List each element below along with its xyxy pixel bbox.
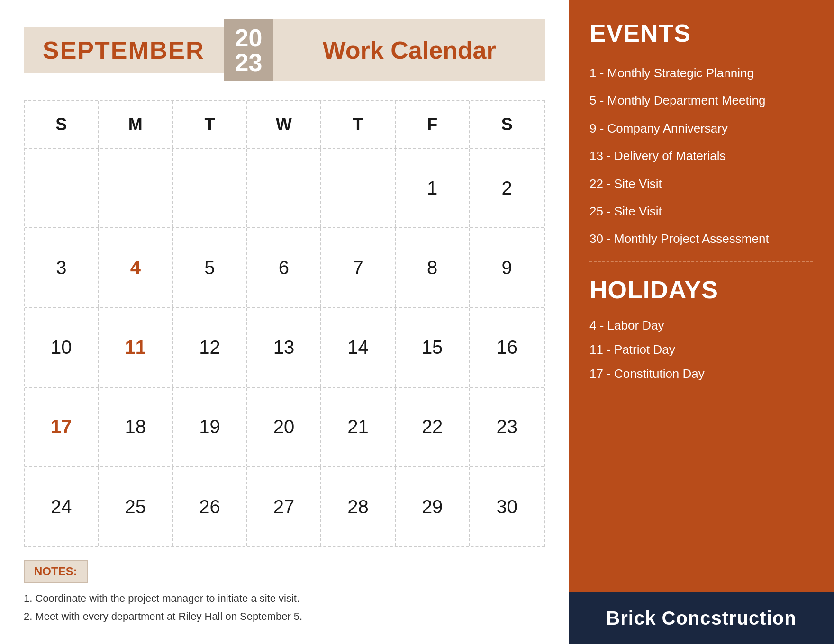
calendar-title: Work Calendar: [273, 19, 545, 81]
calendar-cell-5-1: 24: [25, 467, 99, 546]
footer: Brick Concstruction: [569, 592, 834, 644]
day-header-sun: S: [25, 101, 99, 148]
event-item-7: 30 - Monthly Project Assessment: [589, 230, 813, 247]
holidays-list: 4 - Labor Day11 - Patriot Day17 - Consti…: [589, 318, 813, 381]
calendar-cell-3-7: 16: [470, 308, 544, 387]
calendar-week-1: 12: [25, 149, 544, 228]
calendar-cell-4-3: 19: [173, 388, 247, 466]
left-panel: SEPTEMBER 2023 Work Calendar S M T W T F…: [0, 0, 569, 644]
calendar-cell-1-5: [321, 149, 396, 227]
calendar-cell-1-3: [173, 149, 247, 227]
day-header-mon: M: [99, 101, 173, 148]
calendar-cell-5-2: 25: [99, 467, 173, 546]
day-header-thu: T: [321, 101, 396, 148]
calendar-cell-4-6: 22: [396, 388, 470, 466]
calendar-cell-2-2: 4: [99, 228, 173, 307]
events-list: 1 - Monthly Strategic Planning5 - Monthl…: [589, 64, 813, 248]
calendar-cell-3-3: 12: [173, 308, 247, 387]
event-item-2: 5 - Monthly Department Meeting: [589, 92, 813, 109]
calendar-cell-4-2: 18: [99, 388, 173, 466]
event-item-5: 22 - Site Visit: [589, 175, 813, 192]
events-section: EVENTS 1 - Monthly Strategic Planning5 -…: [569, 0, 834, 592]
calendar-cell-5-4: 27: [247, 467, 322, 546]
calendar-cell-3-1: 10: [25, 308, 99, 387]
calendar-cell-4-5: 21: [321, 388, 396, 466]
calendar-cell-5-6: 29: [396, 467, 470, 546]
calendar-cell-5-3: 26: [173, 467, 247, 546]
calendar-cell-5-7: 30: [470, 467, 544, 546]
event-item-4: 13 - Delivery of Materials: [589, 147, 813, 164]
calendar-header: SEPTEMBER 2023 Work Calendar: [24, 19, 545, 81]
calendar-cell-1-1: [25, 149, 99, 227]
calendar-cell-4-7: 23: [470, 388, 544, 466]
calendar-body: 1234567891011121314151617181920212223242…: [25, 149, 544, 546]
calendar-grid: S M T W T F S 12345678910111213141516171…: [24, 100, 545, 547]
calendar-cell-1-4: [247, 149, 322, 227]
calendar-cell-3-2: 11: [99, 308, 173, 387]
day-header-sat: S: [470, 101, 544, 148]
calendar-cell-4-1: 17: [25, 388, 99, 466]
calendar-cell-2-6: 8: [396, 228, 470, 307]
notes-content: 1. Coordinate with the project manager t…: [24, 590, 545, 625]
calendar-cell-2-7: 9: [470, 228, 544, 307]
holiday-item-3: 17 - Constitution Day: [589, 367, 813, 381]
calendar-cell-4-4: 20: [247, 388, 322, 466]
note-item-1: 1. Coordinate with the project manager t…: [24, 590, 545, 607]
calendar-cell-2-1: 3: [25, 228, 99, 307]
year-box: 2023: [224, 19, 274, 81]
calendar-cell-1-2: [99, 149, 173, 227]
month-label: SEPTEMBER: [24, 27, 224, 73]
calendar-week-4: 17181920212223: [25, 388, 544, 467]
title-text: Work Calendar: [323, 36, 496, 64]
event-item-1: 1 - Monthly Strategic Planning: [589, 64, 813, 81]
calendar-week-5: 24252627282930: [25, 467, 544, 546]
calendar-week-3: 10111213141516: [25, 308, 544, 388]
holidays-title: HOLIDAYS: [589, 276, 813, 304]
holiday-item-2: 11 - Patriot Day: [589, 342, 813, 357]
calendar-cell-1-6: 1: [396, 149, 470, 227]
calendar-day-headers: S M T W T F S: [25, 101, 544, 149]
calendar-week-2: 3456789: [25, 228, 544, 308]
notes-label-text: NOTES:: [34, 565, 77, 578]
day-header-tue: T: [173, 101, 247, 148]
calendar-cell-1-7: 2: [470, 149, 544, 227]
calendar-cell-2-5: 7: [321, 228, 396, 307]
calendar-cell-3-4: 13: [247, 308, 322, 387]
right-panel: EVENTS 1 - Monthly Strategic Planning5 -…: [569, 0, 834, 644]
day-header-fri: F: [396, 101, 470, 148]
company-name: Brick Concstruction: [606, 608, 796, 629]
day-header-wed: W: [247, 101, 322, 148]
event-item-3: 9 - Company Anniversary: [589, 120, 813, 137]
holiday-item-1: 4 - Labor Day: [589, 318, 813, 333]
divider: [589, 261, 813, 262]
calendar-cell-2-3: 5: [173, 228, 247, 307]
notes-label-box: NOTES:: [24, 560, 88, 583]
events-title: EVENTS: [589, 19, 813, 47]
year-text: 2023: [235, 26, 263, 75]
calendar-cell-3-6: 15: [396, 308, 470, 387]
month-text: SEPTEMBER: [43, 36, 205, 64]
note-item-2: 2. Meet with every department at Riley H…: [24, 608, 545, 625]
calendar-cell-3-5: 14: [321, 308, 396, 387]
notes-section: NOTES: 1. Coordinate with the project ma…: [24, 560, 545, 625]
calendar-cell-2-4: 6: [247, 228, 322, 307]
calendar-cell-5-5: 28: [321, 467, 396, 546]
event-item-6: 25 - Site Visit: [589, 203, 813, 220]
